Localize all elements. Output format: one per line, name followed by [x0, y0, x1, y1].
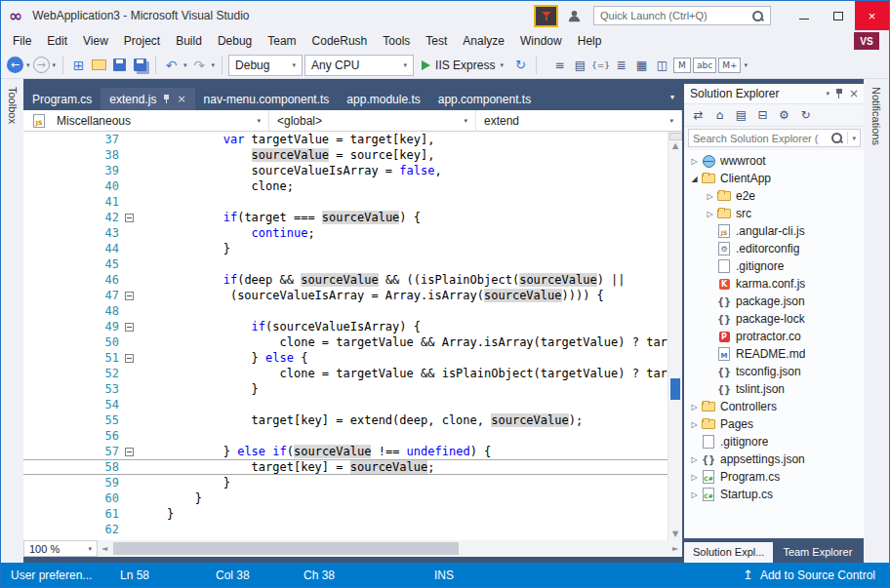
redo-chevron-icon[interactable] [211, 61, 217, 69]
solution-platforms-dropdown[interactable]: Any CPU [304, 55, 414, 76]
member-dropdown[interactable]: extend [476, 110, 682, 131]
expander-icon[interactable] [688, 490, 701, 499]
window-position-chevron-icon[interactable] [826, 90, 829, 98]
properties-icon[interactable] [774, 106, 794, 125]
fold-collapse-icon[interactable] [125, 214, 134, 222]
tree-item-readme-md[interactable]: README.md [684, 345, 865, 363]
code-line[interactable]: 44 } [23, 241, 668, 256]
solution-explorer-header[interactable]: Solution Explorer [684, 84, 865, 104]
expander-icon[interactable] [688, 473, 701, 482]
collapse-all-icon[interactable] [752, 106, 773, 125]
menu-team[interactable]: Team [260, 31, 303, 51]
coderush-filter-icon[interactable] [534, 5, 558, 27]
tree-item-editorconfig[interactable]: .editorconfig [684, 240, 865, 257]
expander-icon[interactable] [688, 157, 701, 166]
tree-item-protractor-co[interactable]: protractor.co [684, 328, 865, 345]
code-line[interactable]: 43 continue; [23, 225, 668, 241]
code-lines[interactable]: 37 var targetValue = target[key],38 sour… [23, 132, 668, 540]
code-line[interactable]: 57 } else if(sourceValue !== undefined) … [23, 444, 668, 459]
toolbox-tab[interactable]: Toolbox [7, 87, 19, 124]
character-indicator[interactable]: Ch 38 [303, 568, 434, 582]
chevron-down-icon[interactable] [852, 135, 856, 142]
toolbar-overflow-icon[interactable] [743, 61, 748, 69]
fold-collapse-icon[interactable] [125, 292, 134, 300]
maximize-button[interactable] [821, 1, 855, 30]
vertical-scrollbar[interactable] [668, 132, 682, 540]
refresh-icon[interactable] [511, 56, 530, 74]
tree-item-package-lock[interactable]: package-lock [684, 310, 865, 328]
menu-test[interactable]: Test [418, 31, 455, 51]
code-line[interactable]: 41 [23, 194, 668, 210]
scroll-up-icon[interactable] [672, 140, 678, 152]
start-debugging-button[interactable]: IIS Express [416, 59, 509, 72]
navigate-forward-chevron-icon[interactable] [52, 61, 58, 69]
code-map-icon[interactable] [632, 56, 651, 74]
code-line[interactable]: 42 if(target === sourceValue) { [23, 210, 668, 225]
spell-checker-icon[interactable]: abc [693, 58, 716, 73]
code-line[interactable]: 50 clone = targetValue && Array.isArray(… [23, 334, 668, 350]
tree-item-appsettings-json[interactable]: appsettings.json [684, 451, 865, 468]
add-to-source-control-button[interactable]: Add to Source Control [743, 568, 889, 582]
search-solution-explorer-input[interactable]: Search Solution Explorer ( [688, 129, 861, 147]
menu-debug[interactable]: Debug [210, 31, 260, 51]
tree-item-package-json[interactable]: package.json [684, 293, 865, 310]
tree-item-gitignore[interactable]: .gitignore [684, 433, 865, 451]
home-icon[interactable] [709, 106, 730, 125]
splitter-grip[interactable] [669, 133, 682, 140]
add-new-item-icon[interactable] [69, 56, 88, 74]
code-line[interactable]: 59 } [23, 475, 668, 490]
scroll-down-icon[interactable] [672, 529, 678, 540]
solution-configurations-dropdown[interactable]: Debug [228, 55, 303, 76]
tree-item-angular-cli-js[interactable]: .angular-cli.js [684, 222, 865, 240]
tab-program-cs[interactable]: Program.cs [23, 88, 101, 110]
code-line[interactable]: 46 if(deep && sourceValue && ((isPlainOb… [23, 272, 668, 288]
tree-item-tslint-json[interactable]: tslint.json [684, 380, 865, 398]
save-icon[interactable] [110, 56, 129, 74]
menu-coderush[interactable]: CodeRush [304, 31, 376, 51]
close-icon[interactable] [177, 93, 185, 105]
undo-icon[interactable] [162, 56, 181, 74]
markdown-new-icon[interactable]: M+ [718, 58, 741, 73]
tree-item-src[interactable]: src [684, 205, 865, 222]
code-line[interactable]: 54 [23, 397, 668, 412]
menu-file[interactable]: File [5, 31, 39, 51]
tree-item-karma-conf-js[interactable]: karma.conf.js [684, 275, 865, 293]
properties-window-icon[interactable] [571, 56, 589, 74]
tree-item-wwwroot[interactable]: wwwroot [684, 152, 865, 170]
code-line[interactable]: 51 } else { [23, 350, 668, 366]
zoom-control[interactable]: 100 % [23, 540, 98, 557]
menu-project[interactable]: Project [116, 31, 168, 51]
project-dropdown[interactable]: Miscellaneous [23, 110, 269, 131]
close-button[interactable] [855, 1, 889, 30]
code-line[interactable]: 45 [23, 256, 668, 272]
horizontal-scroll-track[interactable] [111, 540, 668, 557]
menu-window[interactable]: Window [512, 31, 570, 51]
document-outline-icon[interactable] [612, 56, 630, 74]
code-line[interactable]: 52 clone = targetValue && isPlainObject(… [23, 366, 668, 381]
tab-app-module-ts[interactable]: app.module.ts [338, 88, 428, 110]
fold-collapse-icon[interactable] [125, 323, 134, 332]
sync-icon[interactable] [688, 106, 708, 125]
code-line[interactable]: 48 [23, 303, 668, 319]
menu-edit[interactable]: Edit [39, 31, 75, 51]
tab-nav-menu-component-ts[interactable]: nav-menu.component.ts [195, 88, 339, 110]
open-file-icon[interactable] [90, 56, 108, 74]
code-line[interactable]: 37 var targetValue = target[key], [23, 132, 668, 147]
title-bar[interactable]: WebApplication3 - Microsoft Visual Studi… [1, 1, 889, 30]
save-all-icon[interactable] [131, 56, 149, 74]
code-line[interactable]: 60 } [23, 490, 668, 506]
notifications-tab[interactable]: Notifications [870, 87, 882, 145]
navigate-back-chevron-icon[interactable] [25, 61, 31, 69]
horizontal-scrollbar[interactable] [98, 540, 682, 557]
panel-tab-team-explorer[interactable]: Team Explorer [774, 542, 861, 563]
expander-icon[interactable] [688, 455, 701, 464]
tree-item-tsconfig-json[interactable]: tsconfig.json [684, 363, 865, 380]
solution-tree[interactable]: wwwrootClientAppe2esrc.angular-cli.js.ed… [684, 150, 865, 538]
type-dropdown[interactable]: <global> [269, 110, 476, 131]
horizontal-scroll-thumb[interactable] [113, 542, 459, 555]
insert-mode-indicator[interactable]: INS [434, 568, 454, 582]
vertical-scroll-track[interactable] [668, 152, 682, 529]
navigate-forward-icon[interactable] [33, 57, 50, 73]
line-indicator[interactable]: Ln 58 [120, 568, 216, 582]
quick-launch-input[interactable]: Quick Launch (Ctrl+Q) [593, 6, 771, 25]
